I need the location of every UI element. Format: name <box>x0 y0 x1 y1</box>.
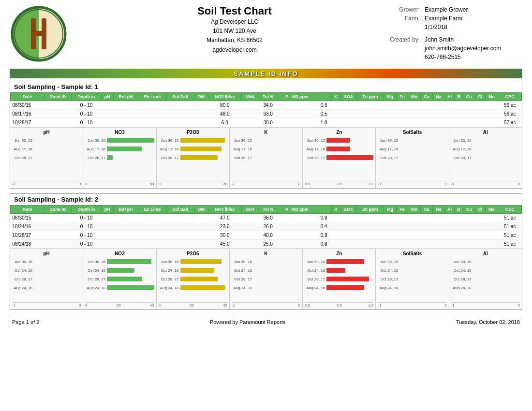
bar-row: Aug 24, 18 <box>451 284 520 292</box>
th-totn: Tot N <box>258 93 278 101</box>
grower-value: Example Grower <box>423 6 503 14</box>
sample1-charts: pH Jun 30, 15 Aug 17, 16 Oct 28, 17 <box>10 127 522 188</box>
sample2-charts: pH Jun 30, 15 Oct 24, 16 Oct 28, 17 <box>10 249 522 309</box>
chart-zn-2: Zn Jun 30, 15 Oct 24, 16 Oct 28, 17 <box>303 249 376 309</box>
chart-no3-title: NO3 <box>85 130 154 135</box>
chart-solsalts-2: SolSalts Jun 30, 15 Oct 24, 16 Oct 28, 1… <box>376 249 449 309</box>
bar-row: Jun 30, 15 <box>12 258 81 265</box>
bar-row: Aug 17, 16 <box>451 145 520 153</box>
powered-by: Powered by Paramount Reports <box>210 319 286 325</box>
chart-p2o5-1: P2O5 Jun 30, 15 Aug 17, 16 Oct 28, 17 <box>157 128 230 188</box>
bar-row: Oct 24, 16 <box>305 266 373 274</box>
sample1-header-row: Date Zone ID Depth in pH Buf pH Ex Lime … <box>11 93 522 101</box>
table-row: 10/28/17 0 - 10 6.0 30.0 1.0 57 ac <box>11 118 522 127</box>
chart-axis: -10 <box>12 302 81 308</box>
logo-container <box>10 5 73 64</box>
page-info: Page 1 of 2 <box>12 319 39 325</box>
cell-cec: 56 ac <box>498 101 522 110</box>
creator-email: john.smith@agdeveloper.com <box>423 44 503 52</box>
th-fe: Fe <box>397 93 408 101</box>
bar-row: Oct 24, 16 <box>378 266 446 274</box>
bar-row: Jun 30, 15 <box>451 136 520 144</box>
th-cec: CEC <box>498 93 522 101</box>
chart-area: Jun 30, 15 Oct 24, 16 Oct 28, 17 Aug 24,… <box>232 258 300 301</box>
bar-row: Jun 30, 15 <box>12 136 81 144</box>
th-pm3: P - M3 ppm <box>278 93 316 101</box>
th-bufph: Buf pH <box>113 93 138 101</box>
bar-row: Jun 30, 15 <box>85 258 154 265</box>
th-om: OM <box>194 93 208 101</box>
bar-row: Jun 30, 15 <box>378 258 446 265</box>
chart-area: Jun 30, 15 Oct 24, 16 Oct 28, 17 Aug 24,… <box>305 258 373 301</box>
th-zn: Zn ppm <box>356 93 384 101</box>
chart-area: Jun 30, 15 Oct 24, 16 Oct 28, 17 Aug 24,… <box>159 258 227 301</box>
chart-ph-title: pH <box>12 130 81 135</box>
chart-area: Jun 30, 15 Oct 24, 16 Oct 28, 17 Aug 24,… <box>378 258 446 301</box>
cell-totn: 34.0 <box>258 101 278 110</box>
bar-row: Oct 28, 17 <box>305 154 373 161</box>
sample1-table: Date Zone ID Depth in pH Buf pH Ex Lime … <box>10 92 522 127</box>
bar-row: Oct 24, 16 <box>85 266 154 274</box>
chart-ph-2: pH Jun 30, 15 Oct 24, 16 Oct 28, 17 <box>10 249 83 309</box>
cell-no3: 80.0 <box>208 101 241 110</box>
svg-rect-3 <box>31 31 46 36</box>
chart-area: Jun 30, 15 Oct 24, 16 Oct 28, 17 Aug 24,… <box>85 258 154 301</box>
grower-label: Grower: <box>388 6 422 14</box>
chart-axis: -10 <box>12 181 81 186</box>
bar-row: Aug 17, 16 <box>12 145 81 153</box>
bar-row: Aug 24, 18 <box>12 284 81 292</box>
bar-row: Oct 28, 17 <box>451 154 520 161</box>
sample1-title: Soil Sampling - Sample Id: 1 <box>10 81 522 92</box>
bar-row: Oct 28, 17 <box>85 154 154 161</box>
chart-axis: -10 <box>232 181 300 186</box>
chart-al-1: Al Jun 30, 15 Aug 17, 16 Oct 28, 17 <box>449 128 522 188</box>
bar-row: Jun 30, 15 <box>232 136 300 144</box>
sample2-title: Soil Sampling - Sample Id: 2 <box>10 194 522 205</box>
bar-row: Oct 28, 17 <box>12 275 81 283</box>
chart-p2o5-title: P2O5 <box>159 130 227 135</box>
chart-al-title: Al <box>451 130 520 135</box>
bar-row: Aug 17, 16 <box>159 145 227 153</box>
chart-k-area: Jun 30, 15 Aug 17, 16 Oct 28, 17 <box>232 136 300 180</box>
grower-table: Grower: Example Grower Farm: Example Far… <box>387 5 504 62</box>
chart-area: Jun 30, 15 Oct 24, 16 Oct 28, 17 Aug 24,… <box>12 258 81 301</box>
th-blank <box>316 93 332 101</box>
th-so4: SO4 <box>340 93 356 101</box>
cell-zone <box>44 101 72 110</box>
table-row: 08/24/18 0 - 10 45.0 25.0 0.8 51 ac <box>11 240 522 249</box>
chart-axis: 02040 <box>85 302 154 308</box>
bar-row: Aug 17, 16 <box>85 145 154 153</box>
chart-p2o5-2: P2O5 Jun 30, 15 Oct 24, 16 Oct 28, 17 <box>157 249 230 309</box>
bar-row: Jun 30, 15 <box>378 136 446 144</box>
chart-al-area: Jun 30, 15 Aug 17, 16 Oct 28, 17 <box>451 136 520 180</box>
bar-row: Oct 24, 16 <box>159 266 227 274</box>
chart-k-1: K Jun 30, 15 Aug 17, 16 Oct 28, 17 <box>230 128 303 188</box>
bar-row: Jun 30, 15 <box>305 136 373 144</box>
chart-solsalts-title: SolSalts <box>378 130 446 135</box>
chart-k-title: K <box>232 130 300 135</box>
bar-row: Aug 24, 18 <box>232 284 300 292</box>
bar-row: Oct 24, 16 <box>451 266 520 274</box>
th-cl: Cl <box>475 93 485 101</box>
th-nh4: NH4 <box>241 93 258 101</box>
bar-row: Oct 28, 17 <box>232 154 300 161</box>
th-solsalt: Sol Salt <box>167 93 194 101</box>
grower-info: Grower: Example Grower Farm: Example Far… <box>387 5 522 62</box>
chart-axis: -10 <box>232 302 300 308</box>
chart-no3-1: NO3 Jun 30, 15 Aug 17, 16 Oct 28, 17 <box>83 128 156 188</box>
bar-row: Oct 28, 17 <box>451 275 520 283</box>
cell-date: 08/30/15 <box>11 101 44 110</box>
chart-solsalts-area: Jun 30, 15 Aug 17, 16 Oct 28, 17 <box>378 136 446 180</box>
th-na: Na <box>432 93 444 101</box>
cell-date: 10/28/17 <box>11 118 44 127</box>
sample-banner-text: SAMPLE ID INFO <box>234 70 298 77</box>
th-date: Date <box>11 93 44 101</box>
chart-no3-area: Jun 30, 15 Aug 17, 16 Oct 28, 17 <box>85 136 154 180</box>
footer: Page 1 of 2 Powered by Paramount Reports… <box>10 315 522 327</box>
sample2-table: Date Zone ID Depth in pH Buf pH Ex Lime … <box>10 205 522 249</box>
footer-date: Tuesday, October 02, 2018 <box>456 319 520 325</box>
bar-row: Oct 28, 17 <box>12 154 81 161</box>
creator-name: John Smith <box>423 36 503 44</box>
creator-phone: 620-786-2515 <box>423 53 503 61</box>
chart-zn-area: Jun 30, 15 Aug 17, 16 Oct 28, 17 <box>305 136 373 180</box>
